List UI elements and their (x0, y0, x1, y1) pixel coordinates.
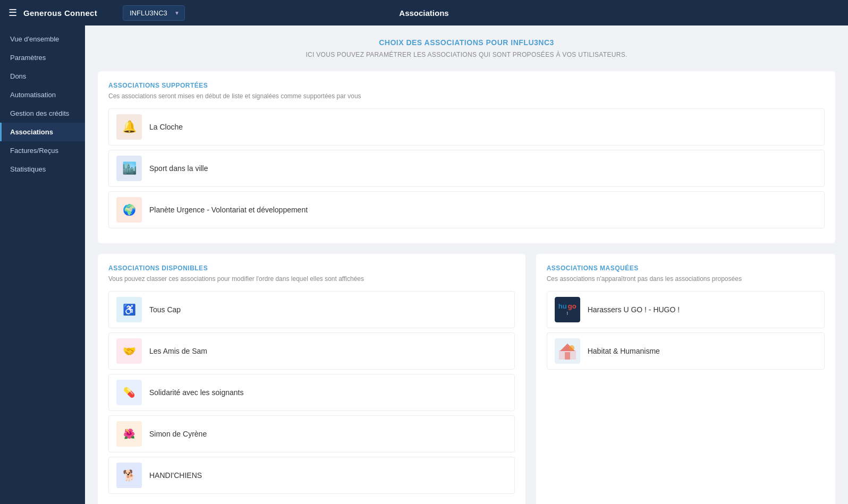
assoc-name-la-cloche: La Cloche (149, 123, 183, 131)
assoc-name-sport: Sport dans la ville (149, 164, 208, 173)
sidebar-item-statistiques[interactable]: Statistiques (0, 160, 85, 178)
assoc-simon[interactable]: 🌺 Simon de Cyrène (108, 415, 515, 452)
page-header: CHOIX DES ASSOCIATIONS POUR INFLU3NC3 IC… (98, 38, 835, 58)
assoc-amis-sam[interactable]: 🤝 Les Amis de Sam (108, 332, 515, 370)
sidebar-item-dons[interactable]: Dons (0, 67, 85, 86)
hidden-title: ASSOCIATIONS MASQUÉES (547, 264, 825, 272)
available-title: ASSOCIATIONS DISPONIBLES (108, 264, 515, 272)
main-content: CHOIX DES ASSOCIATIONS POUR INFLU3NC3 IC… (85, 25, 848, 504)
available-subtitle: Vous pouvez classer ces associations pou… (108, 275, 515, 283)
page-title: Associations (399, 8, 448, 18)
assoc-name-simon: Simon de Cyrène (149, 430, 207, 438)
topbar: ☰ Generous Connect INFLU3NC3 Association… (0, 0, 848, 25)
assoc-solidarite[interactable]: 💊 Solidarité avec les soignants (108, 374, 515, 411)
assoc-name-tous-cap: Tous Cap (149, 305, 181, 314)
sidebar-item-vue-ensemble[interactable]: Vue d'ensemble (0, 30, 85, 48)
assoc-planete-urgence[interactable]: 🌍 Planète Urgence - Volontariat et dével… (108, 191, 825, 228)
assoc-hugo[interactable]: hu go ! Harassers U GO ! - HUGO ! (547, 291, 825, 328)
assoc-logo-tous-cap: ♿ (116, 297, 142, 322)
assoc-la-cloche[interactable]: 🔔 La Cloche (108, 108, 825, 146)
svg-rect-2 (565, 352, 570, 360)
assoc-name-hugo: Harassers U GO ! - HUGO ! (588, 305, 680, 314)
sidebar-item-parametres[interactable]: Paramètres (0, 48, 85, 67)
supported-subtitle: Ces associations seront mises en début d… (108, 92, 825, 100)
page-header-title: CHOIX DES ASSOCIATIONS POUR INFLU3NC3 (98, 38, 835, 47)
available-section: ASSOCIATIONS DISPONIBLES Vous pouvez cla… (98, 254, 525, 504)
sidebar-item-gestion-credits[interactable]: Gestion des crédits (0, 104, 85, 123)
assoc-logo-habitat (555, 338, 580, 364)
svg-point-3 (569, 345, 574, 351)
hidden-section: ASSOCIATIONS MASQUÉES Ces associations n… (536, 254, 835, 504)
assoc-logo-hugo: hu go ! (555, 297, 580, 322)
sidebar-item-factures[interactable]: Factures/Reçus (0, 141, 85, 160)
assoc-logo-amis: 🤝 (116, 338, 142, 364)
assoc-handi[interactable]: 🐕 HANDI'CHIENS (108, 457, 515, 494)
assoc-logo-la-cloche: 🔔 (116, 114, 142, 140)
assoc-logo-sport: 🏙️ (116, 156, 142, 181)
supported-section: ASSOCIATIONS SUPPORTÉES Ces associations… (98, 71, 835, 243)
assoc-sport-ville[interactable]: 🏙️ Sport dans la ville (108, 150, 825, 187)
assoc-name-planete: Planète Urgence - Volontariat et dévelop… (149, 206, 308, 214)
sidebar-item-automatisation[interactable]: Automatisation (0, 86, 85, 104)
app-title: Generous Connect (23, 8, 97, 18)
assoc-name-amis: Les Amis de Sam (149, 347, 207, 355)
sidebar: Vue d'ensemble Paramètres Dons Automatis… (0, 25, 85, 504)
assoc-name-solidarite: Solidarité avec les soignants (149, 388, 243, 397)
assoc-name-handi: HANDI'CHIENS (149, 471, 202, 480)
assoc-habitat[interactable]: Habitat & Humanisme (547, 332, 825, 370)
sidebar-item-associations[interactable]: Associations (0, 123, 85, 141)
two-col-section: ASSOCIATIONS DISPONIBLES Vous pouvez cla… (98, 254, 835, 504)
menu-icon[interactable]: ☰ (9, 7, 17, 19)
assoc-name-habitat: Habitat & Humanisme (588, 347, 660, 355)
available-list: ♿ Tous Cap 🤝 Les Amis de Sam 💊 Solidarit… (108, 291, 515, 498)
assoc-logo-simon: 🌺 (116, 421, 142, 447)
assoc-tous-cap[interactable]: ♿ Tous Cap (108, 291, 515, 328)
supported-title: ASSOCIATIONS SUPPORTÉES (108, 82, 825, 89)
assoc-logo-handi: 🐕 (116, 463, 142, 488)
page-header-subtitle: ICI VOUS POUVEZ PARAMÉTRER LES ASSOCIATI… (98, 51, 835, 58)
org-dropdown[interactable]: INFLU3NC3 (123, 5, 185, 21)
hidden-subtitle: Ces associations n'apparaîtront pas dans… (547, 275, 825, 283)
assoc-logo-solidarite: 💊 (116, 380, 142, 405)
assoc-logo-planete: 🌍 (116, 197, 142, 223)
